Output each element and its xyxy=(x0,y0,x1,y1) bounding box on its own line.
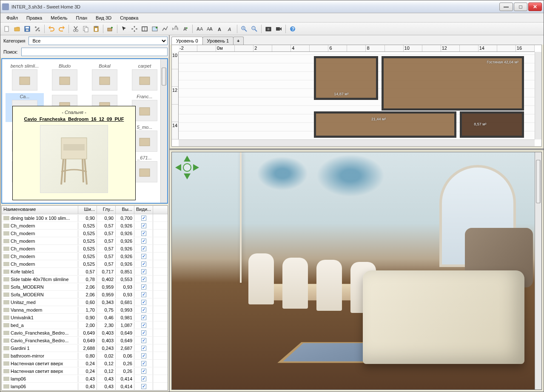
zoom-out-icon[interactable] xyxy=(250,24,259,34)
table-row[interactable]: Cavio_Francheska_Bedro...0,6490,4030,649… xyxy=(2,329,168,337)
search-input[interactable] xyxy=(21,48,168,56)
cut-icon[interactable] xyxy=(71,24,80,34)
visible-checkbox[interactable]: ✓ xyxy=(141,338,146,343)
table-row[interactable]: Ch_modern0,5250,570,926✓ xyxy=(2,245,168,253)
3d-scrollbar[interactable] xyxy=(535,152,541,389)
select-icon[interactable] xyxy=(120,24,129,34)
create-walls-icon[interactable] xyxy=(140,24,149,34)
table-row[interactable]: Ch_modern0,5250,570,926✓ xyxy=(2,230,168,237)
table-row[interactable]: lamp060,430,430,414✓ xyxy=(2,375,168,383)
visible-checkbox[interactable]: ✓ xyxy=(141,254,146,259)
zoom-in-icon[interactable] xyxy=(239,24,249,34)
table-row[interactable]: Sofa_MODERN2,060,9590,93✓ xyxy=(2,291,168,298)
table-row[interactable]: bathroom-mirror0,800,020,06✓ xyxy=(2,352,168,360)
table-row[interactable]: Side table 40x78cm slimline0,780,4020,55… xyxy=(2,276,168,283)
menu-plan[interactable]: План xyxy=(73,14,91,21)
tab-level-0[interactable]: Уровень 0 xyxy=(171,37,203,45)
minimize-button[interactable]: — xyxy=(499,3,513,11)
visible-checkbox[interactable]: ✓ xyxy=(141,239,146,244)
video-icon[interactable] xyxy=(274,24,283,34)
create-room-icon[interactable] xyxy=(150,24,159,34)
visible-checkbox[interactable]: ✓ xyxy=(141,231,146,236)
maximize-button[interactable]: □ xyxy=(514,3,527,11)
visible-checkbox[interactable]: ✓ xyxy=(141,307,146,312)
preferences-icon[interactable] xyxy=(33,24,42,34)
nav-left-icon[interactable] xyxy=(175,164,181,171)
tab-add-level[interactable]: + xyxy=(233,37,243,45)
furniture-catalog[interactable]: bench slimli...BludoBokalcarpetCa...Fran… xyxy=(1,58,168,204)
table-row[interactable]: Ch_modern0,5250,570,926✓ xyxy=(2,253,168,260)
photo-icon[interactable] xyxy=(264,24,273,34)
nav-right-icon[interactable] xyxy=(193,164,199,171)
col-height[interactable]: Вы... xyxy=(116,206,134,214)
close-button[interactable]: ✕ xyxy=(528,3,542,11)
table-row[interactable]: bed_a2,002,301,087✓ xyxy=(2,321,168,329)
col-depth[interactable]: Глу... xyxy=(97,206,116,214)
table-row[interactable]: Unitaz_med0,600,3430,681✓ xyxy=(2,298,168,306)
visible-checkbox[interactable]: ✓ xyxy=(141,361,146,366)
nav-down-icon[interactable] xyxy=(184,173,191,179)
add-furniture-icon[interactable] xyxy=(105,24,115,34)
visible-checkbox[interactable]: ✓ xyxy=(141,376,146,381)
plan-canvas[interactable]: 14,87 м² Гостиная 42,04 м² 21,44 м² 8,57… xyxy=(179,52,535,139)
plan-scrollbar-v[interactable] xyxy=(535,52,541,139)
table-row[interactable]: Настенная светит вверх0,240,120,26✓ xyxy=(2,367,168,375)
visible-checkbox[interactable]: ✓ xyxy=(141,246,146,251)
menu-3dview[interactable]: Вид 3D xyxy=(92,14,115,21)
table-row[interactable]: Ch_modern0,5250,570,926✓ xyxy=(2,260,168,268)
visible-checkbox[interactable]: ✓ xyxy=(141,269,146,274)
visible-checkbox[interactable]: ✓ xyxy=(141,300,146,305)
visible-checkbox[interactable]: ✓ xyxy=(141,261,146,267)
table-row[interactable]: Kofe table10,570,7170,851✓ xyxy=(2,268,168,276)
menu-help[interactable]: Справка xyxy=(117,14,142,21)
table-row[interactable]: Ch_modern0,5250,570,926✓ xyxy=(2,237,168,245)
tab-level-1[interactable]: Уровень 1 xyxy=(202,37,234,45)
visible-checkbox[interactable]: ✓ xyxy=(141,277,146,282)
new-icon[interactable] xyxy=(2,24,11,34)
category-select[interactable]: Все xyxy=(28,37,168,45)
table-row[interactable]: Настенная светит вверх0,240,120,26✓ xyxy=(2,360,168,367)
catalog-item[interactable]: Bokal xyxy=(85,62,124,91)
visible-checkbox[interactable]: ✓ xyxy=(141,284,146,290)
italic-icon[interactable]: A xyxy=(225,24,235,34)
visible-checkbox[interactable]: ✓ xyxy=(141,323,146,328)
col-name[interactable]: Наименование xyxy=(2,206,78,214)
open-icon[interactable] xyxy=(12,24,22,34)
save-icon[interactable] xyxy=(23,24,32,34)
table-row[interactable]: Gardini 12,6880,2432,687✓ xyxy=(2,344,168,352)
table-row[interactable]: Umivalnik10,900,460,981✓ xyxy=(2,314,168,321)
3d-nav-compass[interactable] xyxy=(175,156,199,179)
visible-checkbox[interactable]: ✓ xyxy=(141,384,146,389)
col-width[interactable]: Ши... xyxy=(78,206,97,214)
increase-text-icon[interactable]: AA xyxy=(195,24,204,34)
plan-view[interactable]: -20м246810121416 101214 14,87 м² Гостина… xyxy=(171,45,542,147)
table-row[interactable]: Sofa_MODERN2,060,9590,93✓ xyxy=(2,283,168,291)
copy-icon[interactable] xyxy=(81,24,91,34)
visible-checkbox[interactable]: ✓ xyxy=(141,216,146,221)
create-polyline-icon[interactable] xyxy=(160,24,170,34)
pan-icon[interactable] xyxy=(130,24,139,34)
table-row[interactable]: Cavio_Francheska_Bedro...0,6490,4030,649… xyxy=(2,337,168,344)
menu-file[interactable]: Файл xyxy=(3,14,21,21)
catalog-item[interactable]: bench slimli... xyxy=(6,62,44,91)
table-row[interactable]: Vanna_modern1,700,750,993✓ xyxy=(2,306,168,314)
redo-icon[interactable] xyxy=(57,24,66,34)
col-visible[interactable]: Види... xyxy=(134,206,153,214)
visible-checkbox[interactable]: ✓ xyxy=(141,369,146,374)
catalog-item[interactable]: Bludo xyxy=(46,62,84,91)
catalog-scrollbar[interactable] xyxy=(160,59,167,203)
visible-checkbox[interactable]: ✓ xyxy=(141,330,146,335)
table-row[interactable]: lamp060,430,430,414✓ xyxy=(2,383,168,390)
plan-scrollbar-h[interactable] xyxy=(179,139,535,146)
visible-checkbox[interactable]: ✓ xyxy=(141,353,146,358)
undo-icon[interactable] xyxy=(47,24,56,34)
paste-icon[interactable] xyxy=(91,24,101,34)
visible-checkbox[interactable]: ✓ xyxy=(141,292,146,297)
table-row[interactable]: Ch_modern0,5250,570,926✓ xyxy=(2,222,168,230)
visible-checkbox[interactable]: ✓ xyxy=(141,346,146,351)
visible-checkbox[interactable]: ✓ xyxy=(141,223,146,228)
catalog-item[interactable]: carpet xyxy=(125,62,164,91)
help-icon[interactable]: ? xyxy=(288,24,297,34)
menu-edit[interactable]: Правка xyxy=(23,14,46,21)
nav-center-icon[interactable] xyxy=(183,163,191,172)
